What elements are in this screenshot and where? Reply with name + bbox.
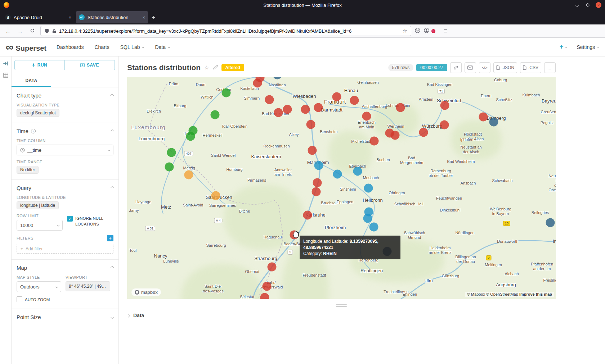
map-point[interactable] [479, 113, 488, 122]
map-point[interactable] [440, 120, 449, 129]
expand-panel-icon[interactable] [3, 61, 8, 68]
map-point[interactable] [268, 263, 277, 272]
map-point[interactable] [283, 105, 292, 114]
nav-sql-lab[interactable]: SQL Lab [120, 44, 144, 50]
lock-icon[interactable] [52, 29, 56, 33]
map-point[interactable] [301, 105, 310, 114]
map-point[interactable] [167, 148, 176, 157]
time-range-chip[interactable]: No filter [17, 166, 39, 174]
map-point[interactable] [211, 110, 220, 119]
add-new-button[interactable]: + [560, 43, 568, 51]
account-icon[interactable] [424, 28, 429, 34]
minimize-button[interactable] [574, 2, 580, 8]
map-point[interactable] [353, 167, 362, 176]
checkbox-checked-icon[interactable]: ✓ [67, 216, 73, 222]
export-csv-button[interactable]: .CSV [520, 62, 541, 73]
panel-resize-handle[interactable] [336, 304, 347, 307]
map-point[interactable] [391, 131, 400, 140]
map-point[interactable] [211, 191, 220, 200]
time-column-select[interactable]: __time [17, 145, 113, 155]
maximize-button[interactable] [585, 2, 591, 8]
deckgl-scatterplot-map[interactable]: LuxembourgFrankfurtWiesbadenHanauSchwein… [127, 77, 556, 299]
shield-icon[interactable] [44, 28, 49, 33]
tab-close-icon[interactable]: × [68, 15, 71, 20]
map-point[interactable] [363, 214, 372, 223]
auto-zoom-checkbox-row[interactable]: AUTO ZOOM [17, 296, 61, 303]
map-attribution[interactable]: © Mapbox © OpenStreetMap Improve this ma… [465, 292, 554, 297]
url-bar[interactable]: 172.18.0.4:32251/superset/explore/?form_… [40, 26, 411, 36]
map-point[interactable] [419, 128, 428, 137]
map-point[interactable] [333, 170, 342, 179]
map-point[interactable] [274, 108, 283, 117]
close-button[interactable]: × [596, 2, 601, 8]
row-limit-select[interactable]: 10000 [17, 220, 63, 231]
map-point[interactable] [350, 96, 359, 105]
tab-apache-druid[interactable]: d Apache Druid × [2, 11, 74, 23]
add-filter-plus-button[interactable]: + [107, 235, 113, 241]
map-point[interactable] [370, 137, 379, 146]
tab-stations-distribution[interactable]: ∞ Stations distribution × [76, 11, 148, 23]
viewport-chip[interactable]: 8° 46' 45.28" | 49… [66, 281, 110, 291]
improve-map-link[interactable]: Improve this map [519, 292, 552, 296]
map-point[interactable] [184, 170, 193, 179]
forward-button[interactable]: → [16, 28, 24, 34]
pocket-icon[interactable] [415, 28, 420, 34]
altered-badge[interactable]: Altered [221, 64, 244, 71]
viz-type-chip[interactable]: deck.gl Scatterplot [17, 109, 59, 117]
hamburger-menu-icon[interactable]: ≡ [444, 27, 448, 35]
nav-data[interactable]: Data [155, 44, 170, 50]
email-button[interactable] [465, 62, 476, 73]
edit-title-icon[interactable] [213, 65, 218, 71]
bookmark-star-icon[interactable]: ☆ [403, 28, 407, 34]
map-point[interactable] [265, 95, 274, 104]
map-point[interactable] [263, 282, 272, 291]
map-point[interactable] [332, 92, 341, 101]
map-point[interactable] [253, 79, 262, 88]
back-button[interactable]: ← [4, 28, 12, 34]
map-point[interactable] [306, 120, 315, 129]
map-point[interactable] [308, 146, 317, 155]
data-results-collapse[interactable]: Data [127, 313, 556, 318]
tab-close-icon[interactable]: × [142, 15, 145, 20]
map-point[interactable] [440, 101, 449, 110]
map-point[interactable] [396, 103, 405, 112]
section-map[interactable]: Map [17, 265, 113, 271]
section-chart-type[interactable]: Chart type [17, 92, 113, 99]
run-button[interactable]: RUN [14, 60, 65, 70]
tab-data[interactable]: DATA [12, 75, 51, 87]
section-point-size[interactable]: Point Size [17, 314, 113, 320]
map-point[interactable] [362, 112, 371, 121]
new-tab-button[interactable]: + [152, 14, 156, 22]
share-link-button[interactable] [450, 62, 462, 73]
nav-charts[interactable]: Charts [94, 44, 109, 50]
map-point[interactable] [312, 187, 321, 196]
save-button[interactable]: SAVE [65, 60, 115, 70]
section-query[interactable]: Query [17, 185, 113, 191]
map-point[interactable] [314, 103, 323, 112]
section-time[interactable]: Time i [17, 128, 113, 134]
ignore-null-checkbox-row[interactable]: ✓ IGNORE NULL LOCATIONS [67, 216, 110, 227]
map-style-select[interactable]: Outdoors [17, 281, 61, 292]
map-point[interactable] [186, 132, 195, 141]
map-point[interactable] [314, 161, 323, 170]
map-point[interactable] [489, 118, 498, 127]
map-point[interactable] [165, 163, 174, 172]
reload-button[interactable] [28, 28, 37, 34]
mapbox-logo[interactable]: mapbox [131, 288, 161, 296]
nav-dashboards[interactable]: Dashboards [57, 44, 84, 50]
superset-logo[interactable]: ∞ Superset [6, 42, 46, 53]
dataset-grid-icon[interactable] [3, 73, 8, 79]
map-point[interactable] [222, 88, 231, 97]
lonlat-chip[interactable]: longitude | latitude [17, 201, 59, 209]
map-point[interactable] [546, 218, 555, 227]
favorite-star-icon[interactable]: ☆ [204, 64, 209, 71]
checkbox-empty-icon[interactable] [17, 296, 22, 302]
export-json-button[interactable]: .JSON [493, 62, 517, 73]
map-point[interactable] [369, 223, 378, 232]
map-point[interactable] [313, 178, 322, 187]
settings-menu[interactable]: Settings [577, 44, 599, 50]
url-text[interactable]: 172.18.0.4:32251/superset/explore/?form_… [59, 28, 400, 34]
chart-menu-button[interactable]: ≡ [544, 62, 556, 73]
map-point[interactable] [303, 211, 312, 220]
map-point[interactable] [364, 184, 373, 193]
